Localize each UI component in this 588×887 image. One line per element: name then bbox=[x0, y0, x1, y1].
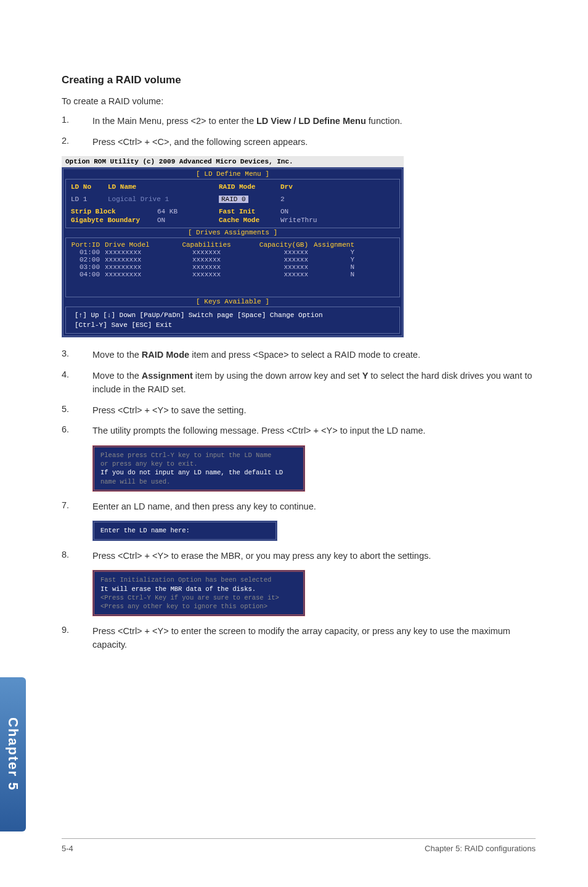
raid-mode-sel: RAID 0 bbox=[219, 196, 280, 203]
step-text: Move to the RAID Mode item and press <Sp… bbox=[92, 349, 536, 362]
ldname-header: LD Name bbox=[108, 183, 219, 191]
step-text: Press <Ctrl> + <Y> to erase the MBR, or … bbox=[92, 550, 536, 563]
dlg-line: <Press Ctrl-Y Key if you are sure to era… bbox=[100, 593, 297, 602]
step-text: Press <Ctrl> + <Y> to enter the screen t… bbox=[92, 625, 536, 652]
strip-label: Strip Block bbox=[71, 208, 157, 215]
col-gb: Capacity(GB) bbox=[240, 241, 308, 249]
text-fragment: Move to the bbox=[92, 350, 142, 360]
gig-val: ON bbox=[157, 217, 219, 224]
chapter-label: Chapter 5: RAID configurations bbox=[425, 844, 536, 853]
page-number: 5-4 bbox=[62, 844, 73, 853]
cell: xxxxxxxxx bbox=[105, 256, 173, 263]
text-fragment: function. bbox=[366, 116, 402, 126]
step-number: 6. bbox=[62, 424, 92, 438]
dlg-line: <Press any other key to ignore this opti… bbox=[100, 602, 297, 611]
bold-text: LD View / LD Define Menu bbox=[256, 116, 366, 126]
step-5: 5. Press <Ctrl> + <Y> to save the settin… bbox=[62, 404, 536, 418]
drv-header: Drv bbox=[280, 183, 293, 191]
step-text: Press <Ctrl> + <Y> to save the setting. bbox=[92, 404, 536, 418]
step-number: 9. bbox=[62, 625, 92, 652]
drv-value: 2 bbox=[280, 196, 285, 203]
ldno-header: LD No bbox=[71, 183, 108, 191]
cell: xxxxxxx bbox=[173, 271, 240, 278]
drive-row: 03:00 xxxxxxxxx xxxxxxx xxxxxx N bbox=[71, 263, 394, 271]
step-9: 9. Press <Ctrl> + <Y> to enter the scree… bbox=[62, 625, 536, 652]
drives-section-label: [ Drives Assignments ] bbox=[65, 229, 401, 237]
text-fragment: In the Main Menu, press <2> to enter the bbox=[92, 116, 256, 126]
cell: 04:00 bbox=[71, 271, 105, 278]
fastinit-val: ON bbox=[280, 208, 288, 215]
cell: 02:00 bbox=[71, 256, 105, 263]
step-number: 4. bbox=[62, 369, 92, 397]
cell: 03:00 bbox=[71, 263, 105, 271]
cell: xxxxxx bbox=[240, 256, 308, 263]
cell: xxxxxxx bbox=[173, 256, 240, 263]
text-fragment: item and press <Space> to select a RAID … bbox=[189, 350, 420, 360]
step-2: 2. Press <Ctrl> + <C>, and the following… bbox=[62, 136, 536, 149]
step-number: 7. bbox=[62, 500, 92, 514]
dlg-line: If you do not input any LD name, the def… bbox=[100, 468, 297, 477]
step-6: 6. The utility prompts the following mes… bbox=[62, 424, 536, 438]
bold-text: Y bbox=[362, 371, 369, 381]
ld-no-value: LD 1 bbox=[71, 196, 108, 203]
drive-row: 04:00 xxxxxxxxx xxxxxxx xxxxxx N bbox=[71, 271, 394, 278]
cell: Y bbox=[308, 249, 361, 256]
raid-sel-box: RAID 0 bbox=[219, 196, 248, 203]
gig-label: Gigabyte Boundary bbox=[71, 217, 157, 224]
raidmode-header: RAID Mode bbox=[219, 183, 280, 191]
col-port: Port:ID bbox=[71, 241, 105, 249]
cell: xxxxxxxxx bbox=[105, 271, 173, 278]
fastinit-label: Fast Init bbox=[219, 208, 280, 215]
text-fragment: Move to the bbox=[92, 371, 142, 381]
step-4: 4. Move to the Assignment item by using … bbox=[62, 369, 536, 397]
strip-val: 64 KB bbox=[157, 208, 219, 215]
dlg-line: Fast Initialization Option has been sele… bbox=[100, 576, 297, 584]
step-1: 1. In the Main Menu, press <2> to enter … bbox=[62, 115, 536, 128]
section-title: Creating a RAID volume bbox=[62, 74, 536, 86]
cell: N bbox=[308, 263, 361, 271]
step-number: 1. bbox=[62, 115, 92, 128]
step-number: 3. bbox=[62, 349, 92, 362]
dialog-ldname-prompt: Please press Ctrl-Y key to input the LD … bbox=[92, 445, 305, 492]
bios-screenshot: Option ROM Utility (c) 2009 Advanced Mic… bbox=[62, 156, 404, 337]
text-fragment: item by using the down arrow key and set bbox=[193, 371, 362, 381]
bold-text: Assignment bbox=[142, 371, 193, 381]
step-3: 3. Move to the RAID Mode item and press … bbox=[62, 349, 536, 362]
dlg-line: Please press Ctrl-Y key to input the LD … bbox=[100, 451, 297, 460]
dialog-enter-ldname: Enter the LD name here: bbox=[92, 521, 277, 540]
page-footer: 5-4 Chapter 5: RAID configurations bbox=[62, 838, 536, 853]
step-text: The utility prompts the following messag… bbox=[92, 424, 536, 438]
keys-line-2: [Ctrl-Y] Save [ESC] Exit bbox=[71, 320, 394, 330]
bios-title: Option ROM Utility (c) 2009 Advanced Mic… bbox=[62, 156, 404, 167]
cell: xxxxxx bbox=[240, 249, 308, 256]
col-model: Drive Model bbox=[105, 241, 173, 249]
dlg-line: It will erase the MBR data of the disks. bbox=[100, 585, 297, 593]
step-8: 8. Press <Ctrl> + <Y> to erase the MBR, … bbox=[62, 550, 536, 563]
drive-row: 02:00 xxxxxxxxx xxxxxxx xxxxxx Y bbox=[71, 256, 394, 263]
dialog-fastinit-warning: Fast Initialization Option has been sele… bbox=[92, 570, 305, 616]
cell: Y bbox=[308, 256, 361, 263]
bios-section-label: [ LD Define Menu ] bbox=[65, 170, 401, 178]
chapter-tab-label: Chapter 5 bbox=[5, 717, 21, 791]
step-text: Eenter an LD name, and then press any ke… bbox=[92, 500, 536, 514]
cache-label: Cache Mode bbox=[219, 217, 280, 224]
step-7: 7. Eenter an LD name, and then press any… bbox=[62, 500, 536, 514]
drive-row: 01:00 xxxxxxxxx xxxxxxx xxxxxx Y bbox=[71, 249, 394, 256]
step-number: 8. bbox=[62, 550, 92, 563]
step-number: 2. bbox=[62, 136, 92, 149]
step-text: In the Main Menu, press <2> to enter the… bbox=[92, 115, 536, 128]
step-text: Press <Ctrl> + <C>, and the following sc… bbox=[92, 136, 536, 149]
chapter-tab: Chapter 5 bbox=[0, 677, 26, 831]
bold-text: RAID Mode bbox=[142, 350, 189, 360]
dlg-line: or press any key to exit. bbox=[100, 460, 297, 468]
keys-line-1: [↑] Up [↓] Down [PaUp/PaDn] Switch page … bbox=[71, 310, 394, 320]
cell: 01:00 bbox=[71, 249, 105, 256]
cell: N bbox=[308, 271, 361, 278]
ld-name-value: Logical Drive 1 bbox=[108, 196, 219, 203]
cache-val: WriteThru bbox=[280, 217, 317, 224]
col-asn: Assignment bbox=[308, 241, 361, 249]
cell: xxxxxx bbox=[240, 263, 308, 271]
step-text: Move to the Assignment item by using the… bbox=[92, 369, 536, 397]
step-number: 5. bbox=[62, 404, 92, 418]
drive-header-row: Port:ID Drive Model Capabilities Capacit… bbox=[71, 241, 394, 249]
